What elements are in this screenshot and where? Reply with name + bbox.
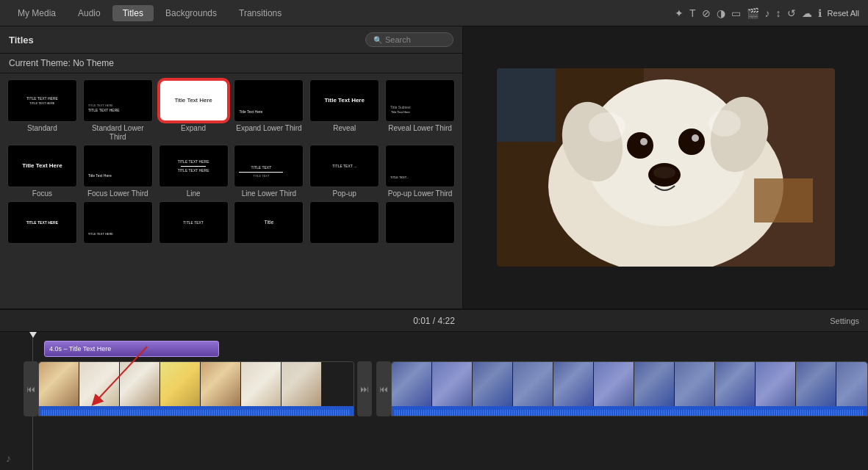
title-thumb-r3-4[interactable]: Title (234, 201, 304, 244)
chart-icon[interactable]: ↕ (776, 7, 781, 19)
list-item[interactable] (384, 201, 456, 246)
list-item[interactable]: Title Text Here Expand Lower Third (233, 79, 306, 142)
video-track: ⏮ (24, 361, 868, 416)
tab-titles[interactable]: Titles (112, 5, 154, 21)
list-item[interactable]: TITLE TEXT TITLE TEXT Line Lower Third (233, 145, 306, 198)
audio-icon[interactable]: ♪ (765, 7, 770, 19)
list-item[interactable]: Title Subtext Title Text Here Reveal Low… (384, 79, 456, 142)
search-input[interactable] (385, 35, 444, 44)
reset-all-button[interactable]: Reset All (828, 9, 859, 18)
title-thumb-line-lower[interactable]: TITLE TEXT TITLE TEXT (234, 145, 304, 187)
list-item[interactable]: Title Text Here Focus Lower Third (82, 145, 154, 198)
search-icon: 🔍 (373, 36, 382, 44)
list-item[interactable]: Title Text Here Expand (157, 79, 230, 142)
waveform-visual (42, 410, 351, 416)
list-item[interactable]: TITLE TEXT (157, 201, 230, 246)
svg-rect-16 (497, 68, 556, 142)
film-frame (513, 362, 553, 406)
segment-end-button-1[interactable]: ⏭ (357, 361, 372, 416)
title-thumb-r3-1[interactable]: TITLE TEXT HERE (7, 201, 77, 244)
film-frame (79, 362, 120, 406)
title-clip-label: 4.0s – Title Text Here (49, 345, 111, 352)
timeline-header: 0:01 / 4:22 Settings (0, 310, 868, 332)
crop-icon[interactable]: ▭ (731, 7, 741, 19)
title-thumb-reveal[interactable]: Title Text Here (309, 79, 379, 122)
wand-icon[interactable]: ✦ (675, 7, 684, 19)
tab-my-media[interactable]: My Media (7, 5, 66, 21)
list-item[interactable]: TITLE TEXT HERE TITLE TEXT HERE Line (157, 145, 230, 198)
list-item[interactable]: Title (233, 201, 306, 246)
film-frame (281, 362, 322, 406)
film-frame (473, 362, 513, 406)
film-frame (241, 362, 281, 406)
waveform-visual-2 (395, 410, 864, 416)
slash-circle-icon[interactable]: ⊘ (702, 7, 711, 19)
tab-audio[interactable]: Audio (68, 5, 111, 21)
svg-point-8 (678, 129, 705, 155)
title-thumb-focus-lower[interactable]: Title Text Here (83, 145, 153, 187)
title-thumb-standard-lower[interactable]: TITLE TEXT HERE TITLE TEXT HERE (83, 79, 153, 122)
settings-button[interactable]: Settings (830, 317, 859, 325)
title-thumb-standard[interactable]: TITLE TEXT HERETITLE TEXT HERE (7, 79, 77, 122)
title-thumb-r3-3[interactable]: TITLE TEXT (159, 201, 229, 244)
titles-browser-panel: Titles 🔍 Current Theme: No Theme TITLE T… (0, 26, 463, 308)
title-label-expand: Expand (181, 124, 206, 133)
timecode-display: 0:01 / 4:22 (413, 316, 455, 326)
title-thumb-focus[interactable]: Title Text Here (7, 145, 77, 187)
dog-preview-image (497, 68, 835, 267)
list-item[interactable]: TITLE TEXT HERE TITLE TEXT HERE Standard… (82, 79, 154, 142)
film-frame (201, 362, 241, 406)
title-label-focus: Focus (32, 189, 52, 198)
title-thumb-r3-6[interactable] (385, 201, 455, 244)
list-item[interactable]: TITLE TEXT ... Pop-up (308, 145, 381, 198)
skip-to-start-button[interactable]: ⏮ (24, 361, 38, 416)
title-thumb-popup[interactable]: TITLE TEXT ... (309, 145, 379, 187)
list-item[interactable]: TITLE TEXT... Pop-up Lower Third (384, 145, 456, 198)
text-icon[interactable]: T (689, 7, 696, 19)
search-bar[interactable]: 🔍 (365, 32, 453, 47)
title-clip[interactable]: 4.0s – Title Text Here (44, 341, 219, 357)
title-thumb-expand[interactable]: Title Text Here (159, 79, 229, 122)
list-item[interactable]: TITLE TEXT HERE (6, 201, 79, 246)
svg-point-13 (589, 112, 625, 142)
segment-start-button-2[interactable]: ⏮ (376, 361, 391, 416)
title-thumb-expand-lower[interactable]: Title Text Here (234, 79, 304, 122)
title-label-focus-lower: Focus Lower Third (87, 189, 148, 198)
panel-title: Titles (9, 35, 34, 46)
timeline-area: 0:01 / 4:22 Settings 4.0s – Title Text H… (0, 308, 868, 470)
camera-icon[interactable]: 🎬 (747, 7, 759, 19)
tab-transitions[interactable]: Transitions (229, 5, 292, 21)
title-thumb-r3-5[interactable] (309, 201, 379, 244)
list-item[interactable] (308, 201, 381, 246)
toolbar-icons: ✦ T ⊘ ◑ ▭ 🎬 ♪ ↕ ↺ ☁ ℹ Reset All (675, 7, 859, 19)
cloud-icon[interactable]: ☁ (802, 7, 812, 19)
film-frame (796, 362, 836, 406)
preview-area (463, 26, 868, 308)
list-item[interactable]: TITLE TEXT HERETITLE TEXT HERE Standard (6, 79, 79, 142)
tab-backgrounds[interactable]: Backgrounds (155, 5, 227, 21)
film-frame (675, 362, 715, 406)
playhead-indicator (29, 332, 37, 338)
title-label-standard: Standard (27, 124, 57, 133)
info-icon[interactable]: ℹ (818, 7, 822, 19)
film-frame (836, 362, 867, 406)
list-item[interactable]: Title Text Here Focus (6, 145, 79, 198)
current-theme-label: Current Theme: No Theme (0, 54, 462, 73)
list-item[interactable]: Title Text Here Reveal (308, 79, 381, 142)
speed-icon[interactable]: ↺ (787, 7, 796, 19)
timeline-tracks: 4.0s – Title Text Here ⏮ (0, 332, 868, 470)
title-thumb-line[interactable]: TITLE TEXT HERE TITLE TEXT HERE (159, 145, 229, 187)
film-frame (160, 362, 201, 406)
film-frames-2 (392, 362, 867, 406)
title-label-expand-lower: Expand Lower Third (236, 124, 301, 133)
list-item[interactable]: TITLE TEXT HERE (82, 201, 154, 246)
color-wheel-icon[interactable]: ◑ (717, 7, 725, 19)
svg-point-7 (627, 132, 653, 159)
preview-frame (497, 68, 835, 267)
panel-header: Titles 🔍 (0, 26, 462, 54)
svg-point-14 (709, 110, 741, 137)
title-thumb-popup-lower[interactable]: TITLE TEXT... (385, 145, 455, 187)
title-thumb-r3-2[interactable]: TITLE TEXT HERE (83, 201, 153, 244)
audio-waveform-1 (39, 406, 354, 416)
title-thumb-reveal-lower[interactable]: Title Subtext Title Text Here (385, 79, 455, 122)
